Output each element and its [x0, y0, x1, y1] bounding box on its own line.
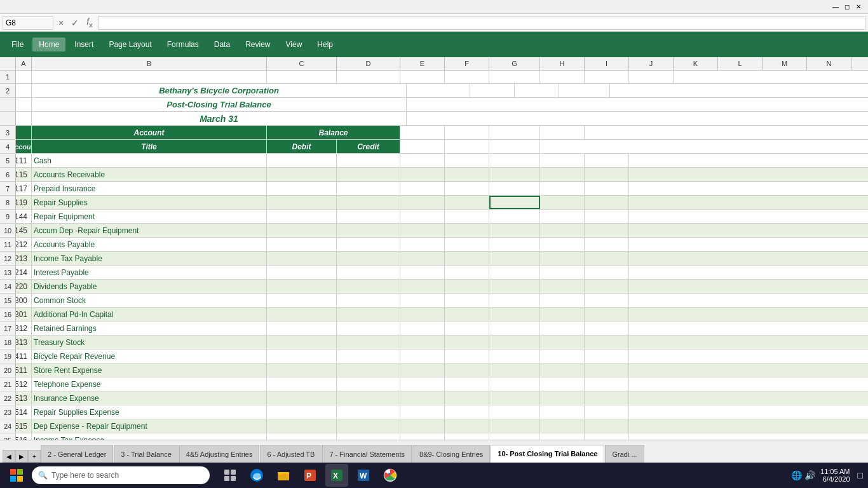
cell-acct-num[interactable]: 516 — [16, 433, 32, 440]
sheet-tab[interactable]: Gradi ... — [605, 445, 644, 463]
taskbar-icon-explorer[interactable] — [272, 464, 295, 487]
cell-debit[interactable] — [267, 266, 337, 279]
sheet-tab[interactable]: 8&9- Closing Entries — [412, 445, 490, 463]
cell-e[interactable] — [400, 252, 445, 265]
cell-g[interactable] — [489, 210, 540, 223]
sheet-tab[interactable]: 10- Post Closing Trial Balance — [491, 445, 604, 463]
cell-e[interactable] — [400, 196, 445, 209]
cell-h[interactable] — [540, 294, 585, 307]
cell-acct-name[interactable]: Prepaid Insurance — [32, 182, 267, 195]
cell-acct-name[interactable]: Store Rent Expense — [32, 363, 267, 377]
ribbon-tab-file[interactable]: File — [5, 37, 30, 51]
cell-acct-name[interactable]: Accum Dep -Repair Equipment — [32, 224, 267, 237]
cell-g[interactable] — [489, 280, 540, 293]
cell-2e[interactable] — [470, 84, 515, 97]
cell-g[interactable] — [489, 308, 540, 321]
start-button[interactable] — [5, 464, 28, 487]
cell-f[interactable] — [445, 322, 489, 335]
cell-debit[interactable] — [267, 322, 337, 335]
cell-h[interactable] — [540, 280, 585, 293]
cell-h[interactable] — [540, 168, 585, 181]
cell-g[interactable] — [489, 336, 540, 349]
cell-debit[interactable] — [267, 405, 337, 419]
show-desktop-icon[interactable]: □ — [858, 470, 863, 480]
cell-acct-num[interactable]: 117 — [16, 182, 32, 195]
cell-2a[interactable] — [16, 84, 32, 97]
cell-1g[interactable] — [489, 71, 540, 83]
col-header-k[interactable]: K — [674, 57, 718, 70]
cell-g[interactable] — [489, 419, 540, 433]
cell-h[interactable] — [540, 224, 585, 237]
cell-credit[interactable] — [337, 154, 400, 167]
cell-acct-name[interactable]: Dep Expense - Repair Equipment — [32, 419, 267, 433]
cell-acct-num[interactable]: 411 — [16, 349, 32, 363]
cell-credit[interactable] — [337, 224, 400, 237]
cell-g[interactable] — [489, 224, 540, 237]
cell-i[interactable] — [585, 224, 629, 237]
cell-i[interactable] — [585, 405, 629, 419]
cell-f[interactable] — [445, 349, 489, 363]
cell-i[interactable] — [585, 349, 629, 363]
col-header-f[interactable]: F — [445, 57, 489, 70]
cell-debit[interactable] — [267, 196, 337, 209]
cell-g[interactable] — [489, 154, 540, 167]
cell-e[interactable] — [400, 377, 445, 391]
cell-g[interactable] — [489, 168, 540, 181]
cell-acct-num[interactable]: 515 — [16, 419, 32, 433]
tab-scroll-right[interactable]: ▶ — [15, 450, 28, 463]
cell-credit[interactable] — [337, 405, 400, 419]
cell-h[interactable] — [540, 405, 585, 419]
cell-acct-num[interactable]: 513 — [16, 391, 32, 405]
cell-h[interactable] — [540, 182, 585, 195]
cell-debit[interactable] — [267, 210, 337, 223]
cell-credit[interactable] — [337, 266, 400, 279]
cell-f[interactable] — [445, 252, 489, 265]
cell-e[interactable] — [400, 322, 445, 335]
cell-e[interactable] — [400, 210, 445, 223]
cell-acct-name[interactable]: Telephone Expense — [32, 377, 267, 391]
cell-g[interactable] — [489, 405, 540, 419]
cell-acct-num[interactable]: 144 — [16, 210, 32, 223]
col-header-n[interactable]: N — [807, 57, 851, 70]
cell-g[interactable] — [489, 182, 540, 195]
cell-acct-name[interactable]: Additional Pd-In Capital — [32, 308, 267, 321]
col-header-a[interactable]: A — [16, 57, 32, 70]
cell-h[interactable] — [540, 336, 585, 349]
cell-h[interactable] — [540, 322, 585, 335]
cell-reference-box[interactable]: G8 — [3, 16, 53, 30]
window-controls[interactable]: — ◻ ✕ — [831, 3, 863, 11]
cell-h[interactable] — [540, 419, 585, 433]
cell-i[interactable] — [585, 377, 629, 391]
cell-credit[interactable] — [337, 252, 400, 265]
cell-3e[interactable] — [400, 126, 445, 139]
cell-i[interactable] — [585, 280, 629, 293]
cell-acct-num[interactable]: 301 — [16, 308, 32, 321]
cell-h[interactable] — [540, 433, 585, 440]
cell-credit[interactable] — [337, 336, 400, 349]
taskbar-icon-powerpoint[interactable]: P — [299, 464, 322, 487]
cell-acct-num[interactable]: 313 — [16, 336, 32, 349]
cell-i[interactable] — [585, 154, 629, 167]
sheet-tab[interactable]: 3 - Trial Balance — [114, 445, 178, 463]
cell-h[interactable] — [540, 196, 585, 209]
cell-h[interactable] — [540, 363, 585, 377]
cell-i[interactable] — [585, 391, 629, 405]
col-header-o[interactable]: O — [851, 57, 868, 70]
cell-acct-name[interactable]: Bicycle Repair Revenue — [32, 349, 267, 363]
cell-i[interactable] — [585, 308, 629, 321]
cell-acct-name[interactable]: Cash — [32, 154, 267, 167]
ribbon-tab-help[interactable]: Help — [311, 37, 339, 51]
taskbar-icon-chrome[interactable] — [379, 464, 402, 487]
col-header-j[interactable]: J — [629, 57, 674, 70]
tab-scroll-left[interactable]: ◀ — [3, 450, 15, 463]
cell-1f[interactable] — [445, 71, 489, 83]
cell-i[interactable] — [585, 336, 629, 349]
cell-1c[interactable] — [267, 71, 337, 83]
cell-acct-name[interactable]: Treasury Stock — [32, 336, 267, 349]
cell-g[interactable] — [489, 266, 540, 279]
cell-i[interactable] — [585, 238, 629, 251]
cell-acct-num[interactable]: 213 — [16, 252, 32, 265]
cell-credit[interactable] — [337, 308, 400, 321]
minimize-btn[interactable]: — — [831, 3, 840, 11]
cell-credit[interactable] — [337, 363, 400, 377]
